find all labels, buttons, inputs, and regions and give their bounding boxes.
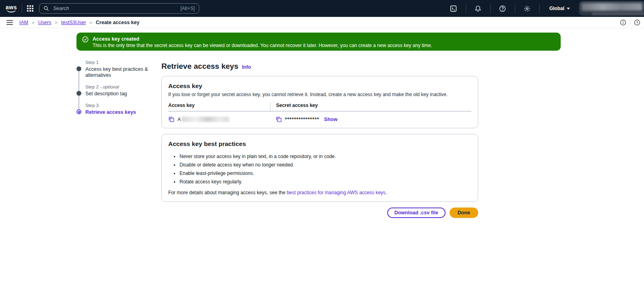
chevron-down-icon bbox=[567, 8, 570, 10]
search-icon bbox=[43, 6, 49, 11]
list-item: Disable or delete access key when no lon… bbox=[174, 162, 471, 168]
nav-divider bbox=[515, 4, 515, 13]
list-item: Never store your access key in plain tex… bbox=[174, 154, 471, 160]
step-title[interactable]: Set description tag bbox=[85, 91, 161, 97]
wizard-step-2: Step 2 - optional Set description tag bbox=[76, 84, 161, 97]
access-key-value-redacted bbox=[182, 117, 229, 122]
success-check-icon bbox=[82, 36, 89, 43]
table-row: A *************** Show bbox=[168, 111, 471, 122]
column-header-secret-access-key: Secret access key bbox=[270, 103, 471, 111]
wizard-steps-nav: Step 1 Access key best practices & alter… bbox=[76, 60, 161, 115]
page-title: Retrieve access keys bbox=[161, 62, 238, 71]
breadcrumb-link-iam[interactable]: IAM bbox=[19, 20, 28, 25]
region-label: Global bbox=[549, 6, 564, 11]
aws-logo[interactable]: aws bbox=[6, 5, 17, 12]
step-title[interactable]: Access key best practices & alternatives bbox=[85, 66, 161, 78]
step-number: Step 2 bbox=[85, 84, 100, 89]
best-practices-footer: For more details about managing access k… bbox=[168, 190, 471, 196]
nav-divider bbox=[490, 4, 491, 13]
access-key-card-title: Access key bbox=[168, 82, 471, 90]
step-dot bbox=[76, 66, 81, 71]
footer-text: . bbox=[386, 190, 387, 195]
best-practices-link[interactable]: best practices for managing AWS access k… bbox=[287, 190, 386, 195]
aws-logo-text: aws bbox=[6, 5, 17, 10]
banner-message: This is the only time that the secret ac… bbox=[93, 43, 432, 49]
main-content: Retrieve access keys Info Access key If … bbox=[161, 62, 478, 218]
download-csv-button[interactable]: Download .csv file bbox=[387, 208, 446, 218]
step-dot bbox=[76, 91, 81, 96]
account-menu[interactable] bbox=[576, 0, 644, 17]
breadcrumb-separator: > bbox=[90, 20, 92, 25]
done-button[interactable]: Done bbox=[450, 208, 478, 218]
topbar-right-controls: Global bbox=[446, 0, 644, 17]
copy-icon[interactable] bbox=[168, 116, 174, 122]
nav-divider bbox=[466, 4, 466, 13]
secret-key-masked: *************** bbox=[285, 117, 319, 122]
best-practices-card: Access key best practices Never store yo… bbox=[161, 134, 478, 202]
access-key-table: Access key Secret access key A bbox=[168, 103, 471, 122]
hamburger-menu-icon[interactable] bbox=[6, 20, 13, 25]
region-selector[interactable]: Global bbox=[549, 6, 570, 11]
cloudshell-icon[interactable] bbox=[446, 0, 461, 17]
secret-key-cell: *************** Show bbox=[270, 116, 471, 122]
account-name-redacted bbox=[581, 3, 642, 11]
settings-gear-icon[interactable] bbox=[520, 0, 535, 17]
wizard-step-1: Step 1 Access key best practices & alter… bbox=[76, 60, 161, 78]
nav-divider bbox=[22, 4, 22, 13]
clock-icon[interactable] bbox=[630, 19, 644, 26]
breadcrumb-link-user[interactable]: testS3User bbox=[61, 20, 86, 25]
breadcrumb-separator: > bbox=[55, 20, 57, 25]
search-input[interactable]: [Alt+S] bbox=[39, 3, 199, 14]
footer-text: For more details about managing access k… bbox=[168, 190, 287, 195]
column-header-access-key: Access key bbox=[168, 103, 270, 111]
access-key-card: Access key If you lose or forget your se… bbox=[161, 76, 478, 128]
wizard-actions: Download .csv file Done bbox=[161, 208, 478, 218]
info-link[interactable]: Info bbox=[242, 64, 251, 70]
breadcrumb: IAM > Users > testS3User > Create access… bbox=[19, 20, 139, 25]
breadcrumb-bar: IAM > Users > testS3User > Create access… bbox=[0, 17, 644, 28]
access-key-value-prefix: A bbox=[178, 117, 181, 122]
info-panel-icon[interactable] bbox=[616, 19, 630, 26]
help-icon[interactable] bbox=[495, 0, 510, 17]
copy-icon[interactable] bbox=[276, 116, 282, 122]
search-shortcut-hint: [Alt+S] bbox=[180, 6, 195, 11]
best-practices-title: Access key best practices bbox=[168, 140, 471, 148]
search-field[interactable] bbox=[52, 5, 180, 12]
notifications-bell-icon[interactable] bbox=[471, 0, 485, 17]
breadcrumb-link-users[interactable]: Users bbox=[38, 20, 52, 25]
best-practices-list: Never store your access key in plain tex… bbox=[174, 154, 471, 185]
wizard-step-3-active: Step 3 Retrieve access keys bbox=[76, 103, 161, 115]
step-title[interactable]: Retrieve access keys bbox=[85, 109, 161, 115]
success-flashbar: Access key created This is the only time… bbox=[76, 33, 561, 51]
access-key-card-description: If you lose or forget your secret access… bbox=[168, 92, 471, 98]
step-number: Step 1 bbox=[85, 60, 99, 65]
banner-title: Access key created bbox=[93, 36, 432, 42]
aws-logo-smile bbox=[6, 9, 16, 12]
breadcrumb-separator: > bbox=[32, 20, 34, 25]
step-optional-tag: - optional bbox=[100, 84, 119, 89]
step-number: Step 3 bbox=[85, 103, 99, 108]
list-item: Enable least-privilege permissions. bbox=[174, 171, 471, 177]
top-navigation-bar: aws [Alt+S] bbox=[0, 0, 644, 17]
services-grid-icon[interactable] bbox=[27, 5, 33, 12]
nav-divider bbox=[539, 4, 540, 13]
account-strip bbox=[592, 12, 644, 15]
breadcrumb-right-controls bbox=[616, 17, 644, 28]
list-item: Rotate access keys regularly. bbox=[174, 179, 471, 185]
show-secret-link[interactable]: Show bbox=[324, 117, 337, 122]
breadcrumb-current: Create access key bbox=[96, 20, 139, 25]
access-key-cell: A bbox=[168, 116, 270, 122]
step-dot-active bbox=[76, 109, 81, 114]
